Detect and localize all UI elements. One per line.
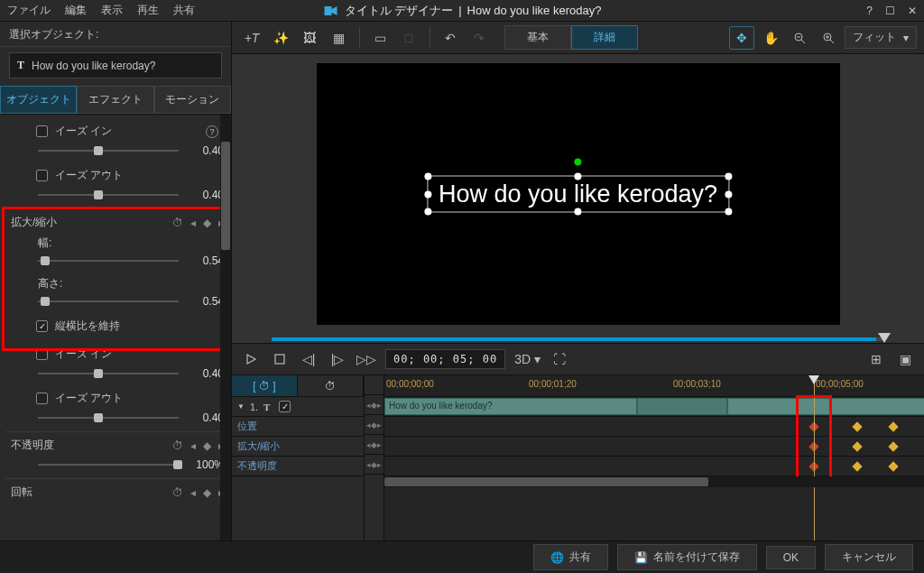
kf-nav-position[interactable]: ◂◆▸ (365, 415, 383, 435)
timeline-row-position[interactable] (384, 417, 924, 437)
rotation-section-header[interactable]: 回転 ⏱ ◂ ◆ ▸ (5, 478, 229, 504)
mode-advanced-button[interactable]: 詳細 (571, 25, 638, 50)
3d-toggle[interactable]: 3D ▾ (514, 349, 541, 369)
align-tool-icon[interactable]: □ (396, 26, 421, 50)
resize-handle-ne[interactable] (725, 173, 732, 180)
prev-frame-icon[interactable]: ◁| (299, 349, 319, 369)
width-slider[interactable] (38, 260, 179, 262)
timeline-main[interactable]: 00;00;00;00 00;00;01;20 00;00;03;10 00;0… (384, 375, 924, 541)
prev-keyframe-icon-2[interactable]: ◂ (190, 439, 196, 452)
menu-view[interactable]: 表示 (101, 3, 123, 18)
fullscreen-icon[interactable]: ⛶ (550, 349, 569, 369)
tab-object[interactable]: オブジェクト (0, 86, 77, 114)
redo-icon[interactable]: ↷ (467, 26, 492, 50)
mode-basic-button[interactable]: 基本 (504, 25, 571, 50)
next-frame-icon[interactable]: |▷ (328, 349, 347, 369)
add-keyframe-icon-3[interactable]: ◆ (203, 486, 211, 499)
clip-segment-3[interactable] (727, 398, 924, 415)
help-icon[interactable]: ? (866, 5, 873, 17)
save-as-button[interactable]: 💾名前を付けて保存 (617, 544, 757, 570)
resize-handle-sw[interactable] (424, 208, 431, 216)
preview-scrubber[interactable] (272, 337, 885, 341)
ease-in-slider-2[interactable] (38, 373, 179, 374)
ease-in-checkbox-1[interactable] (36, 125, 48, 137)
zoom-out-icon[interactable] (787, 26, 812, 50)
zoom-in-icon[interactable] (816, 26, 841, 50)
timecode-field[interactable]: 00; 00; 05; 00 (385, 349, 505, 369)
opacity-slider[interactable] (38, 464, 179, 466)
image-icon[interactable]: 🖼 (297, 26, 322, 50)
height-slider[interactable] (38, 300, 179, 302)
keyframe-pos-2[interactable] (852, 421, 862, 431)
resize-handle-s[interactable] (574, 208, 581, 216)
stopwatch-icon[interactable]: ⏱ (172, 217, 183, 229)
close-icon[interactable]: ✕ (908, 5, 917, 17)
menu-file[interactable]: ファイル (7, 3, 51, 18)
scale-section-header[interactable]: 拡大/縮小 ⏱ ◂ ◆ ▸ (5, 208, 229, 234)
menu-play[interactable]: 再生 (137, 3, 159, 18)
timeline-row-scale[interactable] (384, 437, 924, 457)
menu-edit[interactable]: 編集 (65, 3, 87, 18)
undo-icon[interactable]: ↶ (438, 26, 463, 50)
resize-handle-nw[interactable] (424, 173, 431, 180)
timeline-tab-keyframe[interactable]: [ ⏱ ] (232, 375, 298, 396)
preview-canvas[interactable]: How do you like keroday? (317, 63, 840, 325)
prev-keyframe-icon-3[interactable]: ◂ (190, 486, 196, 499)
clip-segment-2[interactable] (637, 398, 727, 415)
selected-object-field[interactable]: T How do you like keroday? (9, 52, 222, 79)
add-keyframe-icon-2[interactable]: ◆ (203, 439, 211, 452)
track-visible-checkbox[interactable] (279, 401, 291, 412)
backdrop-icon[interactable]: ▦ (326, 26, 351, 50)
kf-nav-opacity[interactable]: ◂◆▸ (365, 455, 383, 475)
kf-nav-track1[interactable]: ◂◆▸ (365, 395, 383, 415)
ease-in-slider-1[interactable] (38, 150, 179, 152)
track-prop-scale[interactable]: 拡大/縮小 (232, 437, 364, 457)
add-keyframe-icon[interactable]: ◆ (203, 217, 211, 229)
keyframe-pos-3[interactable] (888, 421, 898, 431)
ease-out-checkbox-1[interactable] (36, 170, 48, 181)
grid-icon[interactable]: ⊞ (866, 349, 886, 369)
text-object[interactable]: How do you like keroday? (427, 176, 729, 213)
keyframe-op-2[interactable] (852, 461, 862, 471)
keep-ratio-checkbox[interactable] (36, 320, 48, 332)
safe-zone-icon[interactable]: ▣ (895, 349, 915, 369)
tab-effect[interactable]: エフェクト (77, 86, 153, 114)
fast-forward-icon[interactable]: ▷▷ (356, 349, 376, 369)
timeline-row-opacity[interactable] (384, 457, 924, 476)
maximize-icon[interactable]: ☐ (885, 5, 895, 17)
stopwatch-icon-2[interactable]: ⏱ (172, 439, 183, 452)
ease-out-slider-1[interactable] (38, 194, 179, 196)
timeline-scrollbar[interactable] (384, 476, 924, 487)
track-prop-opacity[interactable]: 不透明度 (232, 457, 364, 476)
rotate-handle[interactable] (574, 159, 581, 166)
resize-handle-e[interactable] (725, 190, 732, 198)
prev-keyframe-icon[interactable]: ◂ (190, 217, 196, 229)
resize-handle-w[interactable] (424, 190, 431, 198)
move-tool-icon[interactable]: ✥ (729, 26, 754, 50)
resize-handle-se[interactable] (725, 208, 732, 216)
props-scrollbar[interactable] (220, 115, 231, 541)
add-text-icon[interactable]: +T (239, 26, 264, 50)
keyframe-scale-3[interactable] (888, 441, 898, 451)
ease-in-checkbox-2[interactable] (36, 348, 48, 360)
timeline-row-clip[interactable]: How do you like keroday? (384, 397, 924, 417)
zoom-fit-select[interactable]: フィット ▾ (845, 26, 917, 49)
particle-icon[interactable]: ✨ (268, 26, 293, 50)
keyframe-op-3[interactable] (888, 461, 898, 471)
cancel-button[interactable]: キャンセル (825, 544, 913, 570)
track-collapse-icon[interactable]: ▼ (237, 402, 245, 411)
hand-tool-icon[interactable]: ✋ (758, 26, 783, 50)
keyframe-scale-2[interactable] (852, 441, 862, 451)
kf-nav-scale[interactable]: ◂◆▸ (365, 435, 383, 455)
share-button[interactable]: 🌐共有 (533, 544, 608, 570)
opacity-section-header[interactable]: 不透明度 ⏱ ◂ ◆ ▸ (5, 431, 229, 457)
timeline-ruler[interactable]: 00;00;00;00 00;00;01;20 00;00;03;10 00;0… (384, 375, 924, 397)
ok-button[interactable]: OK (766, 546, 816, 569)
ease-help-icon[interactable]: ? (206, 125, 218, 138)
rect-tool-icon[interactable]: ▭ (367, 26, 393, 50)
menu-share[interactable]: 共有 (173, 3, 195, 18)
ease-out-slider-2[interactable] (38, 417, 179, 419)
track-1-header[interactable]: ▼ 1. T (232, 397, 364, 417)
stopwatch-icon-3[interactable]: ⏱ (172, 486, 183, 499)
playhead[interactable] (814, 375, 815, 541)
